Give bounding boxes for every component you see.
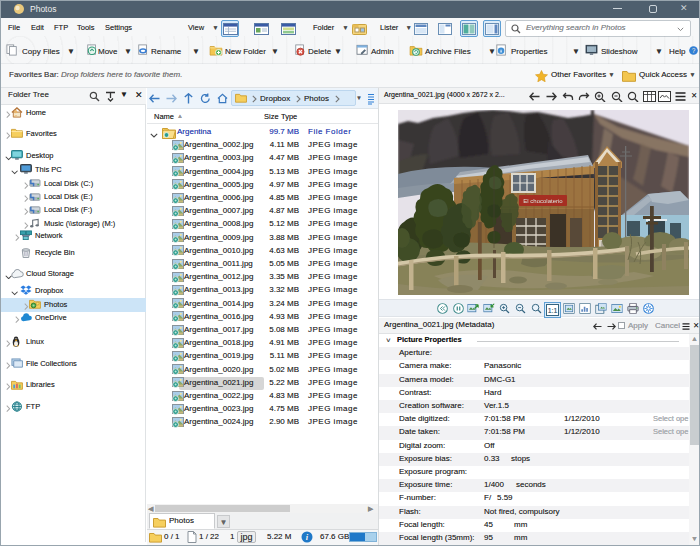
svg-text:1:1: 1:1 — [548, 307, 558, 314]
svg-text:El chocolaterio: El chocolaterio — [523, 198, 563, 204]
